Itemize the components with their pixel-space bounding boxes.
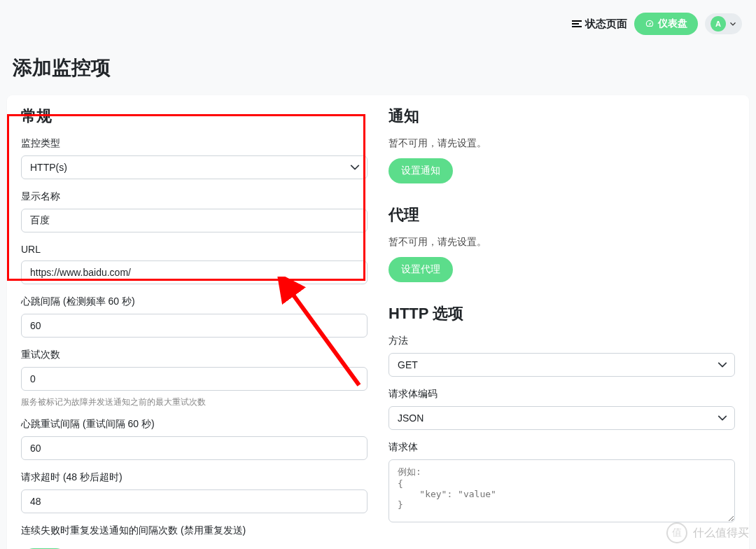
retries-input[interactable] (21, 367, 368, 391)
body-textarea[interactable] (388, 459, 735, 522)
url-input[interactable] (21, 260, 368, 284)
right-column: 通知 暂不可用，请先设置。 设置通知 代理 暂不可用，请先设置。 设置代理 HT… (388, 106, 735, 549)
watermark-text: 什么值得买 (693, 526, 749, 541)
body-label: 请求体 (388, 441, 735, 454)
watermark: 值 什么值得买 (666, 522, 749, 543)
retry-interval-label: 心跳重试间隔 (重试间隔 60 秒) (21, 418, 368, 431)
section-general-title: 常规 (21, 106, 368, 127)
timeout-label: 请求超时 (48 秒后超时) (21, 471, 368, 484)
display-name-label: 显示名称 (21, 190, 368, 203)
url-label: URL (21, 244, 368, 255)
form-card: 常规 监控类型 HTTP(s) 显示名称 URL 心跳间隔 (检测频率 60 秒… (7, 95, 749, 549)
retries-help-text: 服务被标记为故障并发送通知之前的最大重试次数 (21, 396, 368, 408)
section-notifications-title: 通知 (388, 106, 735, 127)
setup-notification-button[interactable]: 设置通知 (388, 158, 453, 183)
status-page-label: 状态页面 (585, 18, 627, 31)
tachometer-icon (645, 19, 654, 29)
method-select[interactable]: GET (388, 353, 735, 377)
body-encoding-label: 请求体编码 (388, 388, 735, 401)
watermark-icon: 值 (666, 522, 687, 543)
page-title: 添加监控项 (0, 42, 756, 95)
notif-unavailable-text: 暂不可用，请先设置。 (388, 137, 735, 150)
chevron-down-icon (729, 20, 736, 27)
dashboard-label: 仪表盘 (658, 18, 687, 30)
top-bar: 状态页面 仪表盘 A (0, 0, 756, 42)
method-label: 方法 (388, 335, 735, 347)
body-encoding-select[interactable]: JSON (388, 406, 735, 430)
section-http-title: HTTP 选项 (388, 303, 735, 324)
monitor-type-label: 监控类型 (21, 137, 368, 150)
timeout-input[interactable] (21, 489, 368, 513)
retry-interval-input[interactable] (21, 436, 368, 460)
section-proxy-title: 代理 (388, 204, 735, 225)
user-menu-button[interactable]: A (705, 13, 742, 34)
setup-proxy-button[interactable]: 设置代理 (388, 257, 453, 282)
avatar: A (710, 16, 726, 32)
status-page-link[interactable]: 状态页面 (572, 18, 627, 31)
monitor-type-select[interactable]: HTTP(s) (21, 155, 368, 179)
proxy-unavailable-text: 暂不可用，请先设置。 (388, 236, 735, 249)
left-column: 常规 监控类型 HTTP(s) 显示名称 URL 心跳间隔 (检测频率 60 秒… (21, 106, 368, 549)
resend-label: 连续失败时重复发送通知的间隔次数 (禁用重复发送) (21, 524, 368, 537)
heartbeat-label: 心跳间隔 (检测频率 60 秒) (21, 296, 368, 308)
menu-icon (572, 19, 582, 29)
heartbeat-input[interactable] (21, 314, 368, 338)
display-name-input[interactable] (21, 209, 368, 232)
dashboard-button[interactable]: 仪表盘 (634, 13, 698, 35)
retries-label: 重试次数 (21, 349, 368, 361)
